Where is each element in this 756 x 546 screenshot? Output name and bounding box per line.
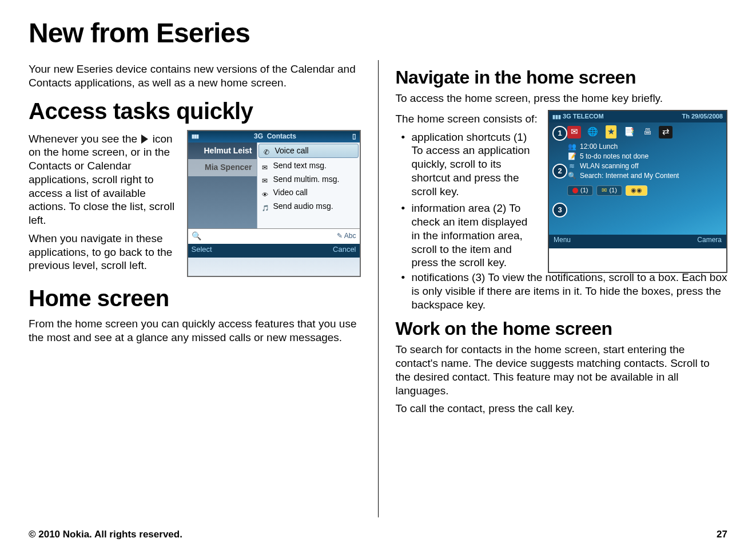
content-columns: Your new Eseries device contains new ver… [29, 60, 727, 517]
home-p1: From the home screen you can quickly acc… [29, 317, 361, 345]
search-icon[interactable] [192, 231, 201, 242]
action-send-audio[interactable]: Send audio msg. [257, 200, 360, 213]
access-split: Whenever you see the icon on the home sc… [29, 130, 361, 278]
status-date: Th 29/05/2008 [682, 113, 723, 121]
missed-count: (1) [580, 187, 588, 195]
status-net-label: 3G Contacts [254, 132, 296, 141]
bullet-notifications: notifications (3) To view the notificati… [396, 271, 728, 311]
bullet-info-area: information area (2) To check an item di… [396, 201, 538, 270]
actions-menu: Voice call Send text msg. Send multim. m… [257, 143, 360, 228]
action-label: Send text msg. [273, 161, 327, 171]
softkey-right[interactable]: Cancel [333, 245, 356, 256]
shortcut-row: ✉ 🌐 📑 🖶 ⇄ [567, 126, 723, 139]
navigate-intro: The home screen consists of: [396, 112, 538, 126]
navigate-bullets: application shortcuts (1) To access an a… [396, 130, 538, 270]
action-send-multim[interactable]: Send multim. msg. [257, 173, 360, 187]
status-app-title: Contacts [267, 132, 296, 140]
callout-2: 2 [552, 164, 567, 179]
signal-icon: ▮▮▮ [552, 114, 561, 120]
info-row-todo[interactable]: 📝 5 to-do notes not done [567, 152, 723, 161]
mail-shortcut-icon[interactable]: ✉ [567, 126, 581, 139]
info-label: 12:00 Lunch [580, 143, 618, 151]
envelope-icon [262, 176, 270, 183]
notes-shortcut-icon[interactable]: 📑 [622, 126, 636, 139]
input-mode-indicator: ✎ Abc [337, 232, 356, 240]
message-box[interactable]: (1) [596, 185, 622, 196]
softkey-left[interactable]: Menu [554, 236, 571, 247]
home-softkey-bar: Menu Camera [549, 235, 726, 248]
home-status-bar: ▮▮▮ 3G TELECOM Th 29/05/2008 [549, 111, 726, 122]
access-p2: When you navigate in these applications,… [29, 232, 177, 272]
signal-icon: ▮▮▮ [192, 133, 198, 140]
access-p1: Whenever you see the icon on the home sc… [29, 132, 177, 227]
callout-3: 3 [552, 203, 567, 217]
action-video-call[interactable]: Video call [257, 186, 360, 200]
action-label: Send multim. msg. [273, 175, 340, 185]
wlan-icon: ≋ [567, 162, 576, 171]
work-heading: Work on the home screen [396, 317, 728, 340]
right-column: Navigate in the home screen To access th… [378, 60, 728, 517]
left-column: Your new Eseries device contains new ver… [29, 60, 361, 517]
info-row-search[interactable]: 🔍 Search: Internet and My Content [567, 171, 723, 181]
info-label: Search: Internet and My Content [580, 172, 679, 180]
notification-row: (1) (1) ◉◉ [567, 185, 723, 196]
contacts-phone-screenshot: ▮▮▮ 3G Contacts ▯ Helmut Leist Mia Spenc… [187, 130, 361, 278]
status-net-value: 3G [254, 132, 263, 140]
contact-item-selected[interactable]: Helmut Leist [188, 143, 257, 160]
access-p1b: icon on the home screen, or in the Conta… [29, 133, 174, 227]
work-p1: To search for contacts in the home scree… [396, 343, 728, 397]
action-voice-call[interactable]: Voice call [258, 144, 359, 159]
navigate-heading: Navigate in the home screen [396, 66, 728, 89]
video-icon [262, 189, 270, 196]
page-footer: © 2010 Nokia. All rights reserved. 27 [29, 529, 727, 540]
info-row-wlan[interactable]: ≋ WLAN scanning off [567, 161, 723, 171]
page: New from Eseries Your new Eseries device… [0, 0, 756, 546]
softkey-right[interactable]: Camera [697, 236, 722, 247]
bullet-shortcuts: application shortcuts (1) To access an a… [396, 130, 538, 199]
audio-icon [262, 203, 270, 209]
voicemail-box[interactable]: ◉◉ [626, 185, 647, 196]
access-text: Whenever you see the icon on the home sc… [29, 130, 177, 278]
missed-dot-icon [572, 188, 578, 193]
status-net: 3G [563, 113, 571, 120]
action-label: Send audio msg. [273, 201, 333, 212]
home-body: 1 2 3 ✉ 🌐 📑 🖶 ⇄ 👥 [549, 122, 726, 235]
phone-icon [264, 147, 272, 154]
home-heading: Home screen [29, 284, 361, 312]
callout-1: 1 [552, 126, 567, 141]
work-p2: To call the contact, press the call key. [396, 402, 728, 416]
contacts-list: Helmut Leist Mia Spencer [188, 143, 257, 228]
info-row-lunch[interactable]: 👥 12:00 Lunch [567, 142, 723, 152]
globe-shortcut-icon[interactable]: 🌐 [586, 126, 599, 139]
note-icon: 📝 [567, 152, 576, 161]
access-p1a: Whenever you see the [29, 133, 137, 145]
people-icon: 👥 [567, 143, 576, 151]
home-phone-screenshot: ▮▮▮ 3G TELECOM Th 29/05/2008 1 2 3 ✉ 🌐 [548, 110, 727, 273]
print-shortcut-icon[interactable]: 🖶 [640, 126, 654, 139]
action-label: Voice call [275, 146, 309, 156]
msg-count: (1) [609, 187, 616, 195]
contact-item[interactable]: Mia Spencer [188, 159, 257, 176]
missed-call-box[interactable]: (1) [567, 185, 593, 196]
play-triangle-icon [141, 134, 148, 144]
navigate-lead: To access the home screen, press the hom… [396, 92, 728, 105]
battery-icon: ▯ [352, 132, 356, 141]
info-label: WLAN scanning off [580, 162, 639, 171]
contacts-body: Helmut Leist Mia Spencer Voice call Send… [188, 143, 360, 228]
star-shortcut-icon[interactable] [604, 126, 618, 139]
swap-shortcut-icon[interactable]: ⇄ [659, 126, 673, 139]
status-carrier: TELECOM [573, 113, 604, 120]
softkey-left[interactable]: Select [192, 245, 212, 256]
search-icon: 🔍 [567, 172, 576, 180]
envelope-icon [262, 163, 270, 169]
info-label: 5 to-do notes not done [580, 152, 648, 161]
page-title: New from Eseries [29, 17, 727, 49]
navigate-text: The home screen consists of: application… [396, 110, 538, 273]
status-left: ▮▮▮ 3G TELECOM [552, 113, 604, 121]
action-send-text[interactable]: Send text msg. [257, 159, 360, 173]
page-number: 27 [717, 529, 727, 540]
search-row: ✎ Abc [188, 228, 360, 244]
input-mode-label: Abc [344, 232, 356, 240]
copyright: © 2010 Nokia. All rights reserved. [29, 529, 182, 540]
softkey-bar: Select Cancel [188, 244, 360, 258]
